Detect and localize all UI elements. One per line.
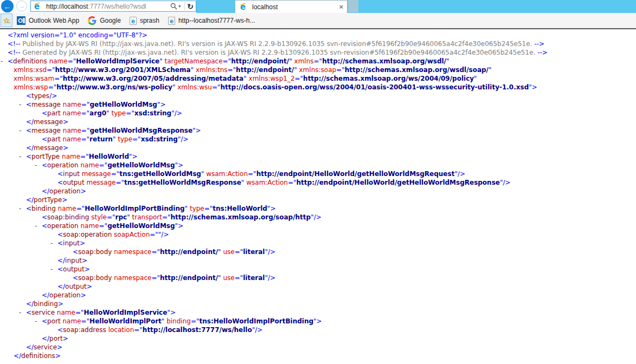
xml-token-m: </ — [42, 187, 49, 195]
collapse-toggle-icon[interactable]: - — [19, 126, 21, 135]
xml-token-e: soap:body — [78, 248, 112, 256]
xml-token-a: message — [80, 170, 111, 178]
search-icon[interactable] — [170, 3, 177, 10]
favorite-item-google[interactable]: Google — [88, 16, 121, 25]
refresh-icon[interactable]: ↻ — [187, 3, 194, 10]
xml-token-v: http://localhost:7777/ws/hello — [143, 326, 252, 334]
forward-icon: → — [18, 2, 25, 10]
xml-token-m: =" — [54, 75, 63, 82]
xml-token-m: =" — [111, 170, 120, 178]
xml-token-m: <?xml version="1.0" encoding="UTF-8"?> — [8, 31, 147, 39]
collapse-toggle-icon[interactable]: - — [35, 317, 37, 326]
xml-token-m: "/> — [311, 213, 322, 221]
collapse-toggle-icon[interactable]: - — [19, 308, 21, 317]
search-dropdown-caret-icon[interactable]: ▾ — [178, 4, 181, 9]
favorite-label: sprash — [140, 17, 159, 24]
xml-token-e: soap:operation — [63, 231, 112, 238]
favorite-item-sprash[interactable]: e sprash — [130, 17, 159, 25]
xml-token-e: portType — [31, 153, 60, 160]
xml-token-m: =" — [314, 57, 323, 65]
xml-token-m: =" — [48, 83, 57, 91]
collapse-toggle-icon[interactable]: - — [35, 222, 37, 230]
xml-token-m: =" — [295, 75, 304, 82]
back-button[interactable]: ← — [1, 0, 14, 12]
xml-token-m: =" — [288, 179, 297, 186]
collapse-toggle-icon[interactable]: - — [1, 57, 3, 66]
favorite-label: http--localhost7777-ws-h... — [178, 17, 255, 24]
xml-token-m: < — [57, 326, 63, 334]
xml-token-e: output — [65, 283, 87, 290]
xml-token-a: targetNamespace — [163, 57, 223, 65]
ie-letter: e — [240, 2, 246, 12]
xml-token-a: use — [221, 248, 235, 256]
xml-line: -<message name="getHelloWorldMsgResponse… — [0, 126, 636, 135]
xml-token-a: name — [55, 309, 75, 316]
xml-token-m: </ — [14, 352, 21, 360]
xml-document: <?xml version="1.0" encoding="UTF-8"?><!… — [0, 31, 636, 360]
xml-token-m: "> — [175, 222, 184, 230]
xml-line: -<port name="HelloWorldImplPort" binding… — [0, 317, 636, 326]
xml-token-m: < — [26, 309, 31, 316]
xml-token-m: > — [82, 257, 87, 264]
xml-token-m: =" — [81, 109, 90, 117]
address-bar[interactable]: e http://localhost:7777/ws/hello?wsdl ▾ … — [30, 1, 196, 12]
tab-localhost[interactable]: e localhost × — [235, 0, 348, 13]
xml-token-a: soapAction — [112, 231, 150, 238]
tab-close-icon[interactable]: × — [339, 3, 343, 10]
xml-token-m: < — [42, 109, 47, 117]
url-path: :7777/ws/hello?wsdl — [88, 3, 146, 10]
xml-line: -<output> — [0, 265, 636, 274]
xml-token-m: =" — [80, 153, 89, 160]
xml-line: </message> — [0, 118, 636, 126]
xml-token-v: literal — [243, 248, 265, 256]
xml-token-m: =" — [68, 57, 76, 65]
favorites-star-button[interactable]: ☆ → — [1, 14, 12, 27]
xml-token-m: < — [57, 239, 63, 247]
collapse-toggle-icon[interactable]: - — [50, 239, 53, 248]
collapse-toggle-icon[interactable]: - — [19, 204, 21, 213]
xml-line: -<operation name="getHelloWorldMsg"> — [0, 161, 636, 170]
collapse-toggle-icon[interactable]: - — [50, 265, 53, 274]
xml-token-v: http://www.w3.org/ns/ws-policy — [56, 83, 172, 91]
page-content: <?xml version="1.0" encoding="UTF-8"?><!… — [0, 29, 636, 364]
xml-token-m: =" — [99, 222, 108, 230]
forward-button[interactable]: → — [16, 1, 27, 11]
xml-token-a: name — [61, 101, 81, 108]
star-arrow-icon: → — [7, 20, 11, 24]
ie-page-icon: e — [130, 17, 137, 25]
xml-line: </service> — [0, 343, 636, 352]
collapse-toggle-icon[interactable]: - — [35, 161, 37, 170]
xml-token-v: http://schemas.xmlsoap.org/wsdl/ — [322, 57, 446, 65]
new-tab-button[interactable] — [348, 0, 358, 12]
xml-token-e: input — [63, 239, 80, 247]
favorite-item-localhost-wsdl[interactable]: e http--localhost7777-ws-h... — [168, 17, 255, 25]
xml-token-v: http://schemas.xmlsoap.org/ws/2004/09/po… — [303, 75, 474, 82]
xml-token-a: name — [61, 135, 81, 143]
xml-token-m: < — [42, 317, 47, 325]
xml-token-a: xmlns:wsp — [14, 83, 48, 91]
xml-token-m: "> — [175, 161, 184, 169]
xml-token-e: types — [31, 92, 49, 100]
xml-token-c: Published by JAX-WS RI (http://jax-ws.ja… — [21, 40, 535, 48]
url-text[interactable]: http://localhost:7777/ws/hello?wsdl — [46, 3, 170, 10]
collapse-toggle-icon[interactable]: - — [19, 100, 21, 109]
xml-token-v: http://endpoint/ — [236, 66, 294, 74]
xml-token-m: "/> — [265, 274, 275, 282]
xml-token-e: port — [47, 317, 61, 325]
xml-token-m: --> — [534, 40, 544, 48]
xml-token-m: "> — [167, 309, 176, 316]
ie-letter: e — [131, 18, 135, 25]
xml-token-e: soap:body — [78, 274, 112, 282]
xml-token-a: binding — [164, 317, 191, 325]
collapse-toggle-icon[interactable]: - — [19, 152, 21, 161]
xml-token-m: "> — [313, 317, 322, 325]
xml-token-e: soap:address — [63, 326, 106, 334]
xml-token-m: < — [26, 92, 31, 100]
xml-line: xmlns:xsd="http://www.w3.org/2001/XMLSch… — [0, 66, 636, 74]
favorite-item-outlook[interactable]: O Outlook Web App — [17, 16, 79, 25]
xml-token-m: < — [73, 274, 78, 282]
tab-title: localhost — [252, 3, 339, 11]
xml-line: -<service name="HelloWorldImplService"> — [0, 308, 636, 317]
xml-token-e: operation — [47, 222, 79, 230]
xml-line: -<definitions name="HelloWorldImplServic… — [0, 57, 636, 66]
